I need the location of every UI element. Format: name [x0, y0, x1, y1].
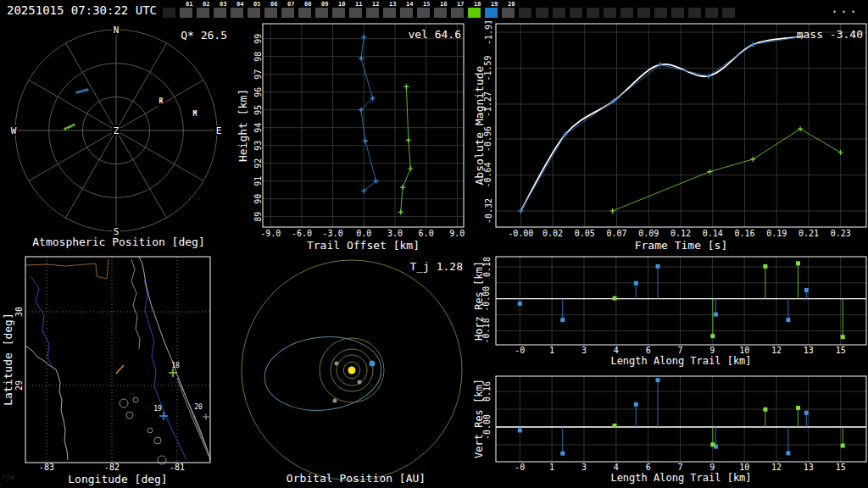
more-frames-button[interactable]: ... — [831, 1, 859, 16]
svg-text:0.07: 0.07 — [606, 229, 626, 238]
frame-thumb-pad-23 — [553, 8, 565, 18]
svg-text:0.05: 0.05 — [575, 229, 595, 238]
svg-text:0.09: 0.09 — [638, 229, 659, 238]
svg-text:0.23: 0.23 — [831, 229, 851, 238]
frame-thumb-pad-32 — [705, 8, 718, 18]
svg-text:3.0: 3.0 — [387, 229, 403, 238]
svg-text:15: 15 — [836, 463, 846, 472]
svg-text:30: 30 — [14, 307, 24, 317]
frame-thumb-10[interactable] — [332, 8, 345, 18]
svg-text:91: 91 — [254, 176, 264, 186]
svg-text:12: 12 — [771, 346, 782, 355]
frame-number: 15 — [423, 1, 430, 8]
polar-title: Atmospheric Position [deg] — [0, 236, 237, 248]
svg-text:7: 7 — [677, 463, 682, 472]
svg-text:N: N — [114, 25, 120, 36]
svg-text:-81: -81 — [170, 463, 185, 472]
svg-text:99: 99 — [254, 34, 264, 44]
frame-number: 04 — [236, 1, 243, 8]
svg-text:15: 15 — [836, 346, 846, 355]
svg-text:3: 3 — [581, 463, 587, 472]
panel-trail-offset: -9.0-6.0-3.00.03.06.09.09998979695949392… — [237, 21, 475, 254]
svg-text:6.0: 6.0 — [419, 229, 434, 238]
svg-text:3: 3 — [581, 346, 587, 355]
svg-text:10: 10 — [739, 463, 749, 472]
frame-number: 08 — [304, 1, 311, 8]
frame-thumb-03[interactable] — [214, 8, 226, 18]
svg-text:0.21: 0.21 — [798, 229, 819, 238]
frame-thumb-13[interactable] — [383, 8, 396, 18]
map-ylabel: Latitude [deg] — [2, 300, 15, 419]
frame-thumb-06[interactable] — [264, 8, 277, 18]
q-reserve-label: Q* 26.5 — [181, 29, 227, 42]
svg-text:Z: Z — [114, 125, 120, 136]
frame-thumb-pad-24 — [570, 8, 582, 18]
mass-label: mass -3.40 — [797, 28, 863, 41]
frame-number: 06 — [270, 1, 277, 8]
frame-number: 20 — [508, 1, 515, 8]
header-bar: 20251015 07:30:22 UTC 010203040506070809… — [0, 0, 868, 21]
vert-res-ylabel: Vert Res [km] — [472, 372, 486, 465]
svg-text:94: 94 — [254, 123, 264, 133]
orbit-title: Orbital Position [AU] — [237, 472, 475, 485]
frame-thumb-04[interactable] — [231, 8, 243, 18]
vert-res-plot: -0134679101213150.16-0.00 — [475, 371, 868, 488]
svg-text:9: 9 — [709, 346, 715, 355]
frame-number: 12 — [372, 1, 379, 8]
frame-thumb-pad-21 — [519, 8, 531, 18]
svg-text:-6.0: -6.0 — [292, 229, 312, 238]
frame-number: 13 — [389, 1, 396, 8]
velocity-label: vel 64.6 — [408, 28, 461, 41]
svg-text:97: 97 — [254, 69, 264, 80]
magnitude-xlabel: Frame Time [s] — [496, 239, 866, 252]
svg-text:98: 98 — [254, 52, 264, 62]
frame-thumb-pad-22 — [536, 8, 548, 18]
svg-text:W: W — [11, 125, 17, 136]
svg-text:89: 89 — [254, 212, 264, 222]
frame-thumb-09[interactable] — [315, 8, 328, 18]
frame-thumb-19[interactable] — [485, 8, 498, 18]
svg-text:-0: -0 — [515, 346, 525, 355]
frame-number: 19 — [491, 1, 498, 8]
svg-text:-82: -82 — [104, 463, 120, 472]
svg-text:29: 29 — [14, 380, 24, 391]
frame-thumb-12[interactable] — [366, 8, 379, 18]
frame-thumb-11[interactable] — [349, 8, 362, 18]
frame-thumb-01[interactable] — [180, 8, 192, 18]
frame-thumb-02[interactable] — [197, 8, 209, 18]
svg-text:95: 95 — [254, 105, 264, 115]
frame-thumb-pad-30 — [671, 8, 684, 18]
svg-text:0.19: 0.19 — [766, 229, 787, 238]
svg-text:-9.0: -9.0 — [260, 229, 281, 238]
frame-thumb-05[interactable] — [248, 8, 260, 18]
frame-number: 09 — [321, 1, 328, 8]
svg-text:0.16: 0.16 — [734, 229, 754, 238]
svg-text:-0.00: -0.00 — [508, 229, 533, 238]
panel-ground-map: 181920-83-82-813029 Longitude [deg] Lati… — [0, 254, 237, 488]
frame-thumb-15[interactable] — [417, 8, 430, 18]
svg-text:20: 20 — [194, 403, 203, 411]
frame-thumb-16[interactable] — [434, 8, 447, 18]
panel-horz-res: -0134679101213150.18-0.00-0.18 Length Al… — [475, 254, 868, 371]
orbital-position-plot — [237, 254, 475, 488]
atmospheric-position-plot: NSWEZRM — [0, 21, 237, 254]
app-window: 20251015 07:30:22 UTC 010203040506070809… — [0, 0, 868, 488]
frame-thumb-pad-0 — [163, 8, 175, 18]
frame-thumb-20[interactable] — [502, 8, 515, 18]
svg-text:0.14: 0.14 — [703, 229, 723, 238]
svg-text:0.0: 0.0 — [356, 229, 371, 238]
svg-text:96: 96 — [254, 87, 264, 97]
svg-text:93: 93 — [254, 141, 264, 151]
frame-number: 18 — [474, 1, 481, 8]
svg-text:1: 1 — [549, 463, 554, 472]
frame-thumb-14[interactable] — [400, 8, 413, 18]
svg-text:13: 13 — [804, 346, 814, 355]
panel-orbital-position: T_j 1.28 Orbital Position [AU] — [237, 254, 475, 488]
frame-thumb-18[interactable] — [468, 8, 481, 18]
timestamp: 20251015 07:30:22 UTC — [7, 3, 157, 17]
frame-thumb-17[interactable] — [451, 8, 464, 18]
frame-number: 01 — [186, 1, 192, 8]
frame-thumb-07[interactable] — [281, 8, 294, 18]
frame-number: 16 — [440, 1, 447, 8]
frame-thumb-08[interactable] — [298, 8, 311, 18]
